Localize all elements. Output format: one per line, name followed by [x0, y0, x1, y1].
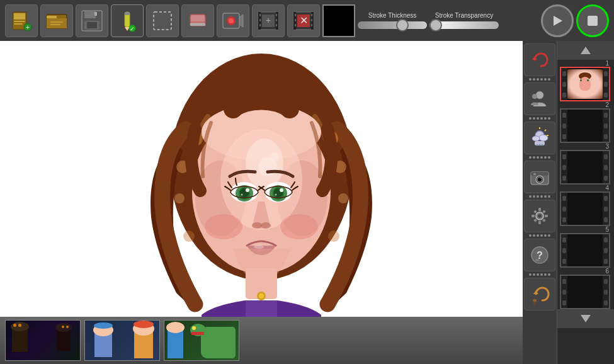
frame-number-1: 1	[560, 60, 610, 67]
frame-number-2: 2	[560, 101, 610, 108]
svg-point-100	[539, 144, 541, 146]
sidebar-tool-help[interactable]: ?	[524, 239, 555, 271]
svg-rect-33	[259, 19, 261, 21]
frame-item-1[interactable]: 1	[559, 60, 613, 101]
frame-item-5[interactable]: 5	[559, 226, 613, 268]
tool-eraser[interactable]	[181, 4, 214, 37]
sidebar-tool-effects[interactable]	[524, 122, 555, 154]
frame-item-3[interactable]: 3	[559, 143, 613, 185]
dots-4	[527, 195, 552, 198]
svg-rect-120	[533, 219, 537, 222]
svg-rect-36	[276, 19, 277, 21]
film-thumbnail-3[interactable]	[164, 320, 239, 361]
play-button[interactable]	[541, 4, 574, 37]
svg-line-103	[545, 130, 546, 131]
svg-rect-8	[47, 18, 67, 28]
right-sidebar: ? 1	[523, 41, 614, 364]
svg-point-97	[532, 136, 540, 141]
frame-thumb-5[interactable]	[560, 233, 610, 268]
frame-thumb-4[interactable]	[560, 191, 610, 226]
svg-rect-111	[533, 173, 536, 175]
tool-pencil[interactable]: ✓	[111, 4, 144, 37]
scroll-down-button[interactable]	[557, 309, 614, 328]
dots-3	[527, 156, 552, 159]
svg-point-28	[229, 18, 234, 23]
svg-point-86	[261, 222, 271, 229]
dots-6	[527, 273, 552, 276]
portrait-container	[0, 41, 523, 318]
svg-point-87	[254, 245, 264, 249]
tool-film-add[interactable]: +	[252, 4, 285, 37]
svg-point-91	[259, 293, 264, 299]
svg-rect-12	[84, 11, 96, 18]
svg-rect-18	[125, 12, 130, 15]
dots-1	[527, 78, 552, 81]
frame-number-4: 4	[560, 185, 610, 191]
stop-button[interactable]	[576, 4, 609, 37]
svg-point-128	[533, 302, 537, 305]
svg-rect-119	[542, 210, 546, 213]
sidebar-tool-camera[interactable]	[524, 161, 555, 193]
tool-save[interactable]	[76, 4, 108, 37]
svg-rect-23	[190, 23, 205, 26]
stroke-transparency-group: Stroke Transparency	[429, 12, 499, 29]
film-thumbnail-1[interactable]	[5, 320, 81, 361]
stroke-thickness-track[interactable]	[358, 21, 427, 29]
svg-text:+: +	[26, 24, 30, 31]
svg-rect-21	[154, 12, 171, 30]
svg-point-99	[537, 144, 538, 146]
svg-point-78	[241, 194, 243, 196]
svg-rect-2	[14, 21, 25, 22]
svg-rect-52	[588, 16, 598, 26]
svg-rect-3	[14, 23, 23, 25]
svg-point-60	[338, 193, 348, 203]
svg-rect-89	[246, 300, 277, 318]
stroke-transparency-thumb[interactable]	[429, 19, 442, 31]
svg-text:✓: ✓	[130, 26, 135, 32]
frame-number-5: 5	[560, 226, 610, 233]
color-swatch[interactable]	[322, 4, 355, 37]
canvas-area[interactable]	[0, 41, 523, 318]
sidebar-tool-characters[interactable]	[524, 82, 555, 115]
film-thumbnail-2[interactable]	[84, 320, 160, 361]
tool-select[interactable]	[146, 4, 179, 37]
tool-open[interactable]	[40, 4, 73, 37]
tool-new[interactable]: +	[5, 4, 38, 37]
svg-rect-35	[276, 14, 277, 16]
frames-panel: 1	[557, 41, 614, 364]
svg-point-113	[538, 214, 542, 218]
sidebar-tool-back[interactable]	[524, 278, 555, 310]
frame-thumb-6[interactable]	[560, 275, 610, 309]
svg-point-69	[205, 214, 242, 239]
portrait-drawing	[88, 41, 435, 318]
svg-point-59	[174, 193, 185, 203]
svg-rect-15	[94, 12, 97, 16]
svg-point-83	[280, 188, 283, 192]
svg-rect-46	[311, 14, 312, 16]
tool-record[interactable]	[217, 4, 249, 37]
sidebar-tool-settings[interactable]	[524, 200, 555, 232]
svg-text:✕: ✕	[300, 15, 308, 26]
svg-point-61	[183, 230, 195, 242]
svg-rect-47	[311, 19, 312, 21]
svg-marker-130	[581, 315, 591, 322]
stroke-transparency-label: Stroke Transparency	[429, 12, 499, 19]
sidebar-tool-undo[interactable]	[524, 43, 555, 76]
svg-point-93	[536, 91, 543, 99]
filmstrip	[0, 317, 523, 364]
svg-point-110	[540, 178, 542, 179]
tool-film-delete[interactable]: ✕	[287, 4, 320, 37]
svg-rect-45	[295, 24, 296, 26]
frame-thumb-3[interactable]	[560, 150, 610, 185]
frame-thumb-2[interactable]	[560, 108, 610, 143]
frame-item-4[interactable]: 4	[559, 185, 613, 226]
scroll-up-button[interactable]	[557, 41, 614, 60]
svg-rect-32	[259, 14, 261, 16]
stroke-thickness-thumb[interactable]	[396, 19, 409, 31]
frame-item-2[interactable]: 2	[559, 101, 613, 143]
frame-item-6[interactable]: 6	[559, 268, 613, 309]
frame-thumb-1[interactable]	[560, 67, 610, 101]
stroke-transparency-track[interactable]	[429, 21, 499, 29]
svg-rect-44	[295, 19, 296, 21]
svg-marker-51	[554, 16, 562, 26]
